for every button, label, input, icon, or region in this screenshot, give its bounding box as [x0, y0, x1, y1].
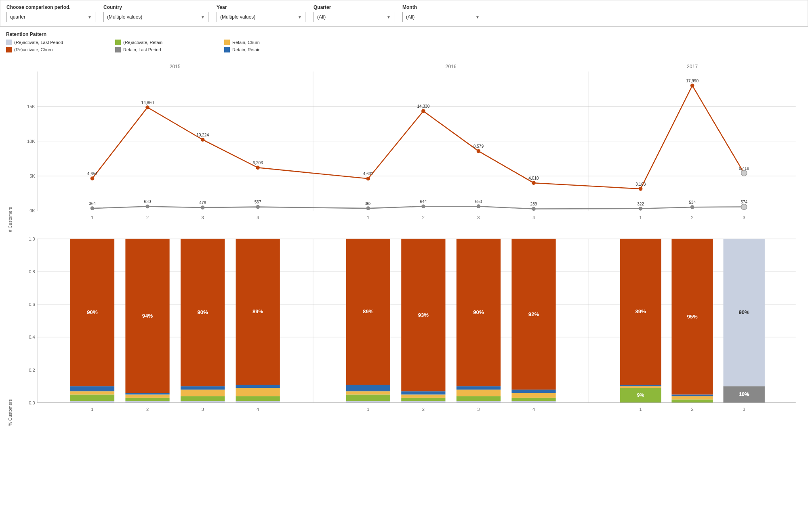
- month-select[interactable]: (All) ▼: [402, 12, 483, 22]
- svg-text:90%: 90%: [197, 309, 208, 315]
- month-value: (All): [406, 14, 415, 20]
- svg-text:4: 4: [532, 215, 535, 220]
- svg-point-42: [256, 205, 259, 209]
- svg-text:14,860: 14,860: [141, 101, 154, 105]
- svg-rect-141: [620, 386, 661, 388]
- svg-text:3: 3: [477, 215, 480, 220]
- svg-text:1: 1: [639, 215, 642, 220]
- svg-text:3: 3: [201, 407, 204, 412]
- svg-rect-86: [70, 391, 114, 394]
- quarter-arrow: ▼: [387, 15, 391, 19]
- svg-text:3,163: 3,163: [635, 182, 646, 186]
- svg-rect-98: [181, 401, 225, 403]
- svg-text:4,631: 4,631: [363, 172, 374, 176]
- line-chart-svg: 0K5K10K15K2015201620174,65414,86010,2246…: [13, 59, 804, 232]
- svg-rect-94: [125, 393, 169, 394]
- svg-point-38: [146, 205, 149, 208]
- svg-rect-99: [181, 396, 225, 401]
- svg-text:90%: 90%: [87, 309, 98, 315]
- legend-section: Retention Pattern (Re)activate, Last Per…: [0, 27, 808, 54]
- svg-text:534: 534: [689, 200, 696, 205]
- svg-rect-92: [125, 398, 169, 401]
- svg-text:650: 650: [475, 199, 482, 204]
- country-filter: Country (Multiple values) ▼: [103, 4, 208, 22]
- month-label: Month: [402, 4, 483, 10]
- svg-rect-121: [401, 394, 445, 398]
- svg-text:1.0: 1.0: [29, 237, 35, 241]
- svg-rect-136: [511, 390, 556, 393]
- svg-text:17,990: 17,990: [686, 79, 699, 83]
- comparison-period-select[interactable]: quarter ▼: [6, 12, 95, 22]
- svg-text:4: 4: [257, 407, 259, 412]
- svg-text:10K: 10K: [27, 139, 35, 144]
- svg-text:2: 2: [146, 215, 149, 220]
- svg-text:4: 4: [257, 215, 259, 220]
- svg-text:4: 4: [532, 407, 535, 412]
- svg-text:322: 322: [637, 202, 644, 206]
- svg-text:4,654: 4,654: [87, 172, 98, 176]
- svg-text:92%: 92%: [528, 311, 539, 317]
- svg-text:6,203: 6,203: [253, 161, 263, 165]
- country-select[interactable]: (Multiple values) ▼: [103, 12, 208, 22]
- svg-text:0.6: 0.6: [29, 302, 35, 307]
- svg-text:3: 3: [743, 215, 745, 220]
- bar-y-axis-label: % Customers: [6, 232, 13, 426]
- svg-text:3: 3: [743, 407, 745, 412]
- svg-text:90%: 90%: [473, 309, 484, 315]
- svg-text:630: 630: [144, 199, 151, 204]
- quarter-select[interactable]: (All) ▼: [314, 12, 394, 22]
- line-chart-svg-wrapper: 0K5K10K15K2015201620174,65414,86010,2246…: [13, 59, 804, 232]
- quarter-filter: Quarter (All) ▼: [314, 4, 394, 22]
- svg-point-46: [422, 205, 425, 208]
- comparison-period-label: Choose comparison period.: [6, 4, 95, 10]
- svg-rect-91: [125, 401, 169, 403]
- svg-text:1: 1: [91, 215, 93, 220]
- svg-point-26: [477, 149, 480, 153]
- svg-text:10,224: 10,224: [196, 133, 209, 137]
- svg-point-16: [146, 106, 149, 109]
- svg-text:3: 3: [201, 215, 204, 220]
- svg-text:1: 1: [91, 407, 93, 412]
- quarter-label: Quarter: [314, 4, 394, 10]
- svg-text:14,330: 14,330: [417, 104, 429, 109]
- svg-rect-142: [620, 385, 661, 386]
- svg-text:0.2: 0.2: [29, 368, 35, 373]
- year-filter: Year (Multiple values) ▼: [217, 4, 305, 22]
- svg-rect-113: [346, 394, 390, 401]
- svg-text:9%: 9%: [637, 392, 644, 398]
- svg-text:2: 2: [691, 407, 694, 412]
- svg-text:15K: 15K: [27, 104, 35, 109]
- svg-text:2016: 2016: [446, 64, 457, 69]
- legend-title: Retention Pattern: [6, 31, 802, 37]
- svg-rect-105: [236, 401, 280, 403]
- legend-item: Retain, Churn: [224, 40, 329, 45]
- year-select[interactable]: (Multiple values) ▼: [217, 12, 305, 22]
- svg-rect-112: [346, 401, 390, 403]
- svg-text:94%: 94%: [142, 313, 153, 319]
- comparison-period-value: quarter: [10, 14, 25, 20]
- legend-item: (Re)activate, Last Period: [6, 40, 111, 45]
- svg-rect-93: [125, 394, 169, 398]
- year-label: Year: [217, 4, 305, 10]
- year-value: (Multiple values): [220, 14, 255, 20]
- svg-rect-128: [457, 390, 501, 396]
- legend-item: Retain, Retain: [224, 47, 329, 52]
- svg-text:2017: 2017: [687, 64, 698, 69]
- svg-text:574: 574: [741, 200, 747, 204]
- svg-point-48: [477, 205, 480, 208]
- svg-rect-135: [511, 393, 556, 398]
- svg-text:93%: 93%: [418, 312, 429, 318]
- svg-text:567: 567: [255, 200, 261, 205]
- svg-text:289: 289: [530, 202, 537, 206]
- filter-bar: Choose comparison period. quarter ▼ Coun…: [0, 0, 808, 27]
- svg-text:2015: 2015: [170, 64, 181, 69]
- svg-rect-84: [70, 401, 114, 403]
- month-arrow: ▼: [476, 15, 480, 19]
- bar-chart-area: % Customers 0.00.20.40.60.81.090%194%290…: [4, 232, 804, 426]
- svg-rect-126: [457, 401, 501, 403]
- svg-point-28: [532, 181, 535, 184]
- svg-point-54: [691, 205, 694, 209]
- legend-item: (Re)activate, Churn: [6, 47, 111, 52]
- svg-text:0K: 0K: [29, 208, 35, 213]
- svg-rect-148: [671, 396, 713, 399]
